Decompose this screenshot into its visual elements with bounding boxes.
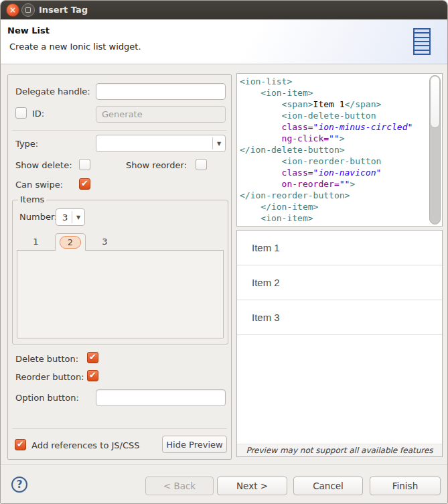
code-line: </ion-delete-button> <box>240 144 427 155</box>
number-label: Number: <box>19 212 57 222</box>
tab-label: 2 <box>60 236 81 249</box>
code-line: class="ion-navicon" <box>240 167 427 178</box>
preview-list-item: Item 3 <box>237 300 442 335</box>
id-input <box>96 106 226 123</box>
code-line: ng-click=""> <box>240 133 427 144</box>
divider <box>12 130 227 131</box>
code-line: </ion-item> <box>240 201 427 212</box>
maximize-icon[interactable] <box>21 3 35 17</box>
reorder-button-checkbox[interactable] <box>87 370 98 381</box>
chevron-down-icon: ▼ <box>72 209 84 225</box>
items-tab-strip: 123 <box>17 233 224 251</box>
tab-label: 1 <box>33 237 38 247</box>
option-button-input[interactable] <box>96 389 226 406</box>
maximize-square-glyph <box>25 7 31 13</box>
code-line: <ion-list> <box>240 76 427 87</box>
add-references-label: Add references to JS/CSS <box>31 440 140 450</box>
id-checkbox[interactable] <box>15 107 27 119</box>
option-button-label: Option button: <box>15 393 79 403</box>
reorder-button-label: Reorder button: <box>15 372 84 382</box>
cancel-button[interactable]: Cancel <box>293 477 363 495</box>
tab-label: 3 <box>102 237 107 247</box>
show-delete-checkbox[interactable] <box>79 159 90 170</box>
type-select[interactable]: ▼ <box>96 135 226 152</box>
code-line: on-reorder=""> <box>240 178 427 190</box>
scrollbar-thumb[interactable] <box>430 76 440 128</box>
code-preview-panel[interactable]: <ion-list> <ion-item> <span>Item 1</span… <box>236 73 443 227</box>
code-line: <span>Item 2</span> <box>240 224 427 227</box>
tab-strip-filler <box>124 233 224 251</box>
code-line: </ion-reorder-button> <box>240 190 427 201</box>
type-select-value <box>96 135 212 151</box>
number-select[interactable]: 3 ▼ <box>56 208 85 226</box>
back-button: < Back <box>145 477 214 495</box>
tab-item-2[interactable]: 2 <box>55 233 86 251</box>
tab-item-3[interactable]: 3 <box>86 233 124 251</box>
widget-preview-panel: Item 1Item 2Item 3 Preview may not suppo… <box>236 230 443 457</box>
title-bar[interactable]: × Insert Tag <box>1 1 447 19</box>
close-icon[interactable]: × <box>6 3 19 17</box>
items-group: Items Number: 3 ▼ 123 <box>12 200 228 344</box>
next-button[interactable]: Next > <box>217 477 287 495</box>
number-select-value: 3 <box>56 209 72 225</box>
code-line: <ion-reorder-button <box>240 155 427 167</box>
show-reorder-label: Show reorder: <box>126 160 187 170</box>
show-reorder-checkbox[interactable] <box>196 159 207 170</box>
preview-list-item: Item 2 <box>237 265 442 300</box>
page-subtitle: Create a new Ionic list widget. <box>9 42 141 52</box>
preview-list: Item 1Item 2Item 3 <box>237 231 442 335</box>
code-editor-content: <ion-list> <ion-item> <span>Item 1</span… <box>240 76 427 227</box>
hide-preview-button[interactable]: Hide Preview <box>162 436 227 453</box>
item-tab-content[interactable] <box>17 251 224 338</box>
tab-item-1[interactable]: 1 <box>17 233 55 251</box>
delete-button-label: Delete button: <box>15 354 78 364</box>
code-line: <span>Item 1</span> <box>240 99 427 110</box>
window-title: Insert Tag <box>39 1 88 19</box>
finish-button[interactable]: Finish <box>370 477 441 495</box>
delegate-handle-label: Delegate handle: <box>15 86 90 97</box>
wizard-header: New List Create a new Ionic list widget. <box>1 19 447 64</box>
preview-list-item: Item 1 <box>237 231 442 265</box>
show-delete-label: Show delete: <box>15 160 72 170</box>
chevron-down-icon: ▼ <box>213 135 225 151</box>
can-swipe-checkbox[interactable] <box>79 178 90 190</box>
divider <box>12 428 227 429</box>
scrollbar-track[interactable] <box>429 75 441 225</box>
id-label: ID: <box>32 109 44 119</box>
form-panel: Delegate handle: ID: Type: ▼ Show delete… <box>7 74 232 460</box>
page-title: New List <box>7 25 50 36</box>
insert-tag-dialog: × Insert Tag New List Create a new Ionic… <box>0 0 448 504</box>
code-line: <ion-delete-button <box>240 110 427 121</box>
code-line: <ion-item> <box>240 87 427 99</box>
code-line: class="ion-minus-circled" <box>240 121 427 133</box>
can-swipe-label: Can swipe: <box>15 180 63 190</box>
list-widget-icon <box>413 28 431 55</box>
footer: ? < BackNext >CancelFinish <box>1 465 447 503</box>
preview-note: Preview may not support all available fe… <box>237 444 442 456</box>
delete-button-checkbox[interactable] <box>87 352 98 363</box>
type-label: Type: <box>15 139 38 149</box>
add-references-checkbox[interactable] <box>15 439 26 450</box>
footer-buttons: < BackNext >CancelFinish <box>1 477 447 495</box>
code-line: <ion-item> <box>240 212 427 224</box>
items-group-legend: Items <box>18 194 46 204</box>
delegate-handle-input[interactable] <box>96 83 226 100</box>
